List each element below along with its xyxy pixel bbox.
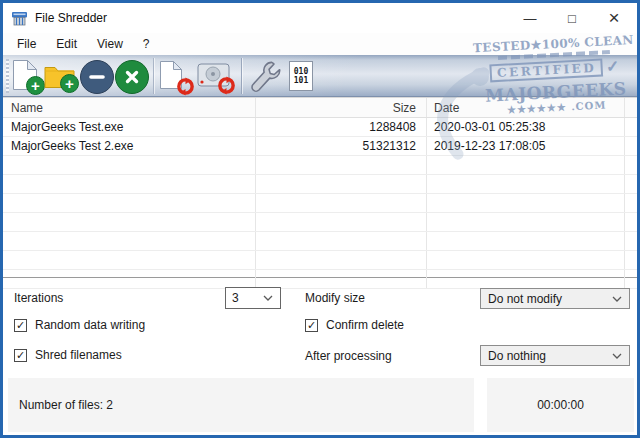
maximize-button[interactable]: □: [551, 3, 593, 35]
menu-help[interactable]: ?: [133, 33, 160, 55]
timer-status: 00:00:00: [487, 378, 634, 432]
confirm-delete-checkbox[interactable]: ✓ Confirm delete: [305, 318, 404, 332]
minimize-button[interactable]: —: [509, 3, 551, 33]
cell-name: MajorGeeks Test 2.exe: [3, 137, 256, 155]
after-processing-select[interactable]: Do nothing: [480, 345, 630, 366]
toolbar-grip[interactable]: [6, 59, 9, 93]
hex-view-button[interactable]: 010 101: [289, 61, 313, 91]
shred-filenames-checkbox[interactable]: ✓ Shred filenames: [14, 348, 122, 362]
after-processing-label: After processing: [305, 348, 392, 364]
binary-doc-icon: 101: [294, 76, 308, 85]
maximize-icon: □: [568, 11, 576, 26]
column-header-date[interactable]: Date: [427, 98, 625, 117]
recycle-badge-icon: [176, 77, 195, 96]
list-empty-row: [3, 251, 637, 270]
list-empty-row: [3, 213, 637, 232]
list-header: Name Size Date: [3, 98, 637, 118]
list-empty-row: [3, 270, 637, 289]
wrench-icon: [247, 59, 283, 95]
toolbar-separator: [153, 58, 154, 94]
iterations-label: Iterations: [14, 290, 63, 306]
chevron-down-icon: [612, 296, 622, 302]
settings-button[interactable]: [247, 59, 283, 95]
plus-badge-icon: +: [60, 74, 79, 93]
window-title: File Shredder: [35, 11, 107, 25]
binary-doc-icon: 010: [294, 67, 308, 76]
iterations-select[interactable]: 3: [225, 287, 281, 309]
modify-size-label: Modify size: [305, 290, 365, 306]
minus-circle-icon: [88, 68, 106, 86]
file-list: Name Size Date MajorGeeks Test.exe 12884…: [3, 97, 637, 278]
add-file-button[interactable]: +: [12, 59, 42, 93]
plus-badge-icon: +: [26, 76, 45, 95]
minimize-icon: —: [524, 11, 537, 26]
close-button[interactable]: ×: [593, 3, 635, 33]
chevron-down-icon: [612, 353, 622, 359]
window-controls: — □ ×: [509, 3, 635, 33]
app-icon: [11, 10, 28, 27]
column-header-size[interactable]: Size: [256, 98, 427, 117]
list-empty-row: [3, 156, 637, 175]
table-row[interactable]: MajorGeeks Test 2.exe 51321312 2019-12-2…: [3, 137, 637, 156]
shred-free-space-button[interactable]: [197, 63, 233, 91]
chevron-down-icon: [263, 295, 273, 301]
remove-selected-button[interactable]: [80, 60, 114, 94]
toolbar: + +: [3, 55, 637, 97]
shred-files-button[interactable]: [159, 60, 191, 94]
file-shredder-window: File Shredder — □ × File Edit View ? +: [0, 0, 640, 438]
list-empty-row: [3, 232, 637, 251]
table-row[interactable]: MajorGeeks Test.exe 1288408 2020-03-01 0…: [3, 118, 637, 137]
close-icon: ×: [608, 7, 619, 29]
checkbox-checked-icon: ✓: [14, 349, 27, 362]
remove-all-button[interactable]: [115, 60, 149, 94]
menu-view[interactable]: View: [87, 33, 133, 55]
cell-date: 2020-03-01 05:25:38: [427, 118, 625, 136]
list-empty-row: [3, 175, 637, 194]
add-folder-button[interactable]: +: [44, 63, 76, 91]
toolbar-separator: [241, 58, 242, 94]
menu-file[interactable]: File: [7, 33, 46, 55]
column-header-filler: [625, 98, 637, 117]
checkbox-checked-icon: ✓: [14, 319, 27, 332]
cell-date: 2019-12-23 17:08:05: [427, 137, 625, 155]
cell-size: 51321312: [256, 137, 427, 155]
random-data-checkbox[interactable]: ✓ Random data writing: [14, 318, 145, 332]
modify-size-select[interactable]: Do not modify: [480, 288, 630, 309]
checkbox-checked-icon: ✓: [305, 319, 318, 332]
menu-bar: File Edit View ?: [3, 33, 637, 55]
title-bar: File Shredder — □ ×: [3, 3, 637, 33]
recycle-badge-icon: [217, 76, 236, 95]
column-header-name[interactable]: Name: [3, 98, 256, 117]
cell-name: MajorGeeks Test.exe: [3, 118, 256, 136]
cell-size: 1288408: [256, 118, 427, 136]
file-count-status: Number of files: 2: [8, 378, 474, 432]
x-circle-icon: [123, 68, 141, 86]
menu-edit[interactable]: Edit: [46, 33, 87, 55]
list-empty-row: [3, 194, 637, 213]
